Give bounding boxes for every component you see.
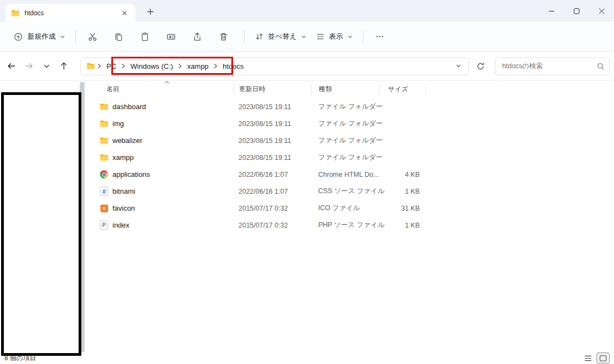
view-button[interactable]: 表示 — [311, 28, 357, 45]
folder-icon — [99, 102, 109, 111]
column-header-type[interactable]: 種類 — [311, 84, 379, 95]
ico-icon: X — [99, 204, 109, 213]
file-name: index — [112, 221, 129, 229]
toolbar-separator — [75, 30, 76, 43]
back-button[interactable] — [3, 57, 20, 75]
file-name: webalizer — [112, 136, 142, 145]
css-icon: # — [99, 187, 109, 196]
sort-ascending-icon — [164, 80, 170, 85]
file-type: PHP ソース ファイル — [311, 220, 379, 230]
file-size: 31 KB — [379, 205, 425, 212]
file-date: 2023/08/15 19:11 — [234, 120, 311, 128]
clipboard-icon — [140, 32, 150, 42]
breadcrumb-item[interactable]: htdocs — [219, 60, 247, 73]
php-icon: P — [99, 220, 109, 230]
sort-button[interactable]: 並べ替え — [250, 28, 311, 45]
tab-title: htdocs — [25, 9, 114, 17]
file-name: bitnami — [112, 187, 135, 195]
more-options-button[interactable] — [369, 27, 391, 46]
breadcrumb-chevron-icon — [212, 63, 219, 69]
ellipsis-icon — [375, 32, 385, 41]
refresh-button[interactable] — [472, 58, 488, 74]
file-row[interactable]: applications 2022/06/16 1:07 Chrome HTML… — [87, 166, 607, 183]
file-type: ファイル フォルダー — [311, 153, 379, 162]
search-input[interactable] — [501, 62, 597, 70]
chevron-down-icon — [347, 34, 353, 40]
file-row[interactable]: dashboard 2023/08/15 19:11 ファイル フォルダー — [87, 98, 607, 115]
arrow-right-icon — [24, 61, 34, 71]
column-header-size[interactable]: サイズ — [379, 84, 425, 95]
window-controls — [539, 0, 614, 22]
details-view-icon — [584, 355, 592, 362]
folder-icon — [99, 136, 109, 145]
up-button[interactable] — [55, 57, 73, 75]
new-item-button[interactable]: 新規作成 — [9, 28, 70, 46]
file-list-body: dashboard 2023/08/15 19:11 ファイル フォルダー im… — [87, 98, 607, 234]
breadcrumb-chevron-icon — [177, 63, 183, 69]
file-type: ファイル フォルダー — [311, 136, 379, 145]
address-bar-row: PC Windows (C:) xampp htdocs — [0, 52, 614, 81]
folder-icon — [11, 9, 20, 17]
file-row[interactable]: img 2023/08/15 19:11 ファイル フォルダー — [87, 115, 607, 132]
large-icons-view-icon — [599, 355, 607, 362]
command-bar: 新規作成 並べ替え 表示 — [0, 22, 614, 52]
file-row[interactable]: P index 2015/07/17 0:32 PHP ソース ファイル 1 K… — [87, 217, 607, 234]
recent-locations-button[interactable] — [38, 57, 55, 75]
file-row[interactable]: webalizer 2023/08/15 19:11 ファイル フォルダー — [87, 132, 607, 149]
folder-icon — [86, 62, 95, 70]
large-icons-view-button[interactable] — [597, 353, 610, 363]
file-date: 2015/07/17 0:32 — [234, 222, 311, 229]
column-header-name[interactable]: 名前 — [87, 84, 234, 95]
copy-button[interactable] — [108, 27, 129, 46]
file-type: ICO ファイル — [311, 204, 379, 213]
forward-button[interactable] — [20, 57, 38, 75]
item-count: 8 個の項目 — [4, 354, 579, 363]
address-bar[interactable]: PC Windows (C:) xampp htdocs — [80, 57, 469, 75]
breadcrumb-item[interactable]: Windows (C:) — [127, 60, 177, 73]
file-size: 1 KB — [379, 188, 425, 195]
arrow-up-icon — [59, 61, 69, 71]
details-view-button[interactable] — [581, 353, 594, 363]
share-button[interactable] — [186, 27, 208, 46]
explorer-tab[interactable]: htdocs — [5, 4, 135, 22]
address-dropdown-button[interactable] — [452, 59, 465, 73]
scissors-icon — [87, 32, 98, 42]
plus-circle-icon — [13, 32, 23, 42]
file-type: CSS ソース ファイル — [311, 187, 379, 196]
folder-icon — [99, 153, 109, 162]
paste-button[interactable] — [134, 27, 156, 46]
chevron-down-icon — [43, 63, 50, 70]
sort-label: 並べ替え — [268, 32, 297, 41]
rename-icon — [166, 32, 176, 42]
file-type: ファイル フォルダー — [311, 102, 379, 111]
breadcrumb-item[interactable]: xampp — [183, 60, 212, 73]
folder-icon — [99, 119, 109, 128]
search-box — [495, 57, 610, 75]
arrow-left-icon — [7, 61, 16, 71]
file-type: ファイル フォルダー — [311, 119, 379, 128]
cut-button[interactable] — [81, 27, 103, 46]
copy-icon — [114, 32, 124, 42]
file-row[interactable]: xampp 2023/08/15 19:11 ファイル フォルダー — [87, 149, 607, 166]
file-name: favicon — [112, 204, 135, 212]
search-icon — [597, 62, 605, 70]
breadcrumb-item[interactable]: PC — [103, 60, 120, 73]
rename-button[interactable] — [160, 27, 182, 46]
new-tab-button[interactable] — [143, 5, 157, 17]
new-item-label: 新規作成 — [27, 32, 56, 41]
view-lines-icon — [315, 32, 325, 41]
file-name: applications — [112, 170, 150, 178]
delete-button[interactable] — [212, 27, 234, 46]
maximize-button[interactable] — [564, 0, 589, 22]
tab-close-button[interactable] — [119, 8, 130, 19]
close-button[interactable] — [589, 0, 614, 22]
title-bar: htdocs — [0, 0, 614, 22]
file-row[interactable]: # bitnami 2022/06/16 1:07 CSS ソース ファイル 1… — [87, 183, 607, 200]
file-name: img — [112, 120, 124, 128]
file-type: Chrome HTML Do... — [311, 171, 379, 178]
file-row[interactable]: X favicon 2015/07/17 0:32 ICO ファイル 31 KB — [87, 200, 607, 217]
share-icon — [192, 32, 202, 42]
column-header-date[interactable]: 更新日時 — [234, 84, 311, 95]
minimize-button[interactable] — [539, 0, 564, 22]
refresh-icon — [476, 62, 485, 71]
